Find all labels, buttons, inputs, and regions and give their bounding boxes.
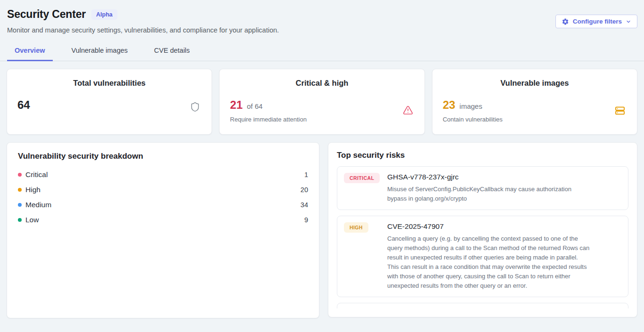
risk-item-cve-2025-9086[interactable]: HIGH CVE-2025-9086 <box>337 303 628 308</box>
server-icon <box>614 105 626 116</box>
gear-icon <box>562 18 569 25</box>
tab-vulnerable-images[interactable]: Vulnerable images <box>64 43 136 61</box>
tabs-bar: Overview Vulnerable images CVE details <box>0 43 644 61</box>
shield-icon <box>190 102 200 112</box>
page-subtitle: Monitor and manage security settings, vu… <box>7 26 637 34</box>
stat-value: 21 <box>230 98 243 112</box>
risk-id: CVE-2025-47907 <box>387 222 590 231</box>
risk-content: GHSA-v778-237x-gjrc Misuse of ServerConf… <box>387 173 590 203</box>
panels-row: Vulnerability security breakdown Critica… <box>7 142 637 318</box>
breakdown-label: High <box>25 186 41 194</box>
severity-badge: HIGH <box>344 222 368 233</box>
page-header: Security Center Alpha Monitor and manage… <box>0 0 644 34</box>
alert-triangle-icon <box>403 105 413 115</box>
breakdown-value: 9 <box>304 216 308 224</box>
severity-badge: CRITICAL <box>344 173 380 183</box>
breakdown-label: Low <box>25 216 39 224</box>
breakdown-rows: Critical 1 High 20 Medium 34 Low 9 <box>18 167 308 227</box>
stat-card-title: Total vulnerabilities <box>17 79 201 88</box>
alpha-badge: Alpha <box>91 9 117 20</box>
risk-list: CRITICAL GHSA-v778-237x-gjrc Misuse of S… <box>337 166 628 308</box>
stat-value: 23 <box>443 98 456 112</box>
stat-card-title: Vulnerable images <box>443 79 627 88</box>
stat-value: 64 <box>17 98 30 112</box>
stat-card-vulnerable-images: Vulnerable images 23 images Contain vuln… <box>432 69 637 135</box>
severity-column: HIGH <box>344 222 387 291</box>
tab-cve-details[interactable]: CVE details <box>147 43 197 61</box>
medium-dot-icon <box>18 203 22 207</box>
breakdown-value: 20 <box>301 186 308 194</box>
breakdown-label: Critical <box>25 170 48 179</box>
risk-content: CVE-2025-47907 Cancelling a query (e.g. … <box>387 222 590 291</box>
risk-description: Misuse of ServerConfig.PublicKeyCallback… <box>387 185 590 203</box>
stat-suffix: images <box>459 102 482 110</box>
breakdown-title: Vulnerability security breakdown <box>18 152 308 161</box>
stat-description: Contain vulnerabilities <box>443 116 627 123</box>
stat-suffix: of 64 <box>247 102 262 110</box>
low-dot-icon <box>18 218 22 222</box>
top-risks-title: Top security risks <box>337 151 628 160</box>
page-title: Security Center <box>7 8 86 21</box>
vulnerability-breakdown-panel: Vulnerability security breakdown Critica… <box>7 142 319 318</box>
breakdown-row-medium: Medium 34 <box>18 197 308 212</box>
configure-filters-label: Configure filters <box>573 18 622 25</box>
stat-description: Require immediate attention <box>230 116 414 123</box>
breakdown-row-low: Low 9 <box>18 212 308 227</box>
risk-id: GHSA-v778-237x-gjrc <box>387 173 590 181</box>
risk-item-ghsa-v778-237x-gjrc[interactable]: CRITICAL GHSA-v778-237x-gjrc Misuse of S… <box>337 166 628 210</box>
high-dot-icon <box>18 188 22 192</box>
breakdown-row-critical: Critical 1 <box>18 167 308 182</box>
critical-dot-icon <box>18 173 22 177</box>
breakdown-row-high: High 20 <box>18 182 308 197</box>
tab-overview[interactable]: Overview <box>7 43 53 61</box>
stat-card-total-vulnerabilities: Total vulnerabilities 64 <box>7 69 212 135</box>
breakdown-value: 34 <box>301 201 308 209</box>
title-row: Security Center Alpha <box>7 8 637 21</box>
severity-column: CRITICAL <box>344 173 387 203</box>
stat-card-title: Critical & high <box>230 79 414 88</box>
chevron-down-icon <box>626 19 631 24</box>
configure-filters-button[interactable]: Configure filters <box>555 15 637 28</box>
breakdown-value: 1 <box>304 171 308 178</box>
breakdown-label: Medium <box>25 201 51 209</box>
top-security-risks-panel: Top security risks CRITICAL GHSA-v778-23… <box>328 142 637 317</box>
stat-cards-row: Total vulnerabilities 64 Critical & high… <box>7 69 637 135</box>
risk-item-cve-2025-47907[interactable]: HIGH CVE-2025-47907 Cancelling a query (… <box>337 216 628 297</box>
stat-card-critical-high: Critical & high 21 of 64 Require immedia… <box>219 69 424 135</box>
risk-description: Cancelling a query (e.g. by cancelling t… <box>387 234 590 291</box>
